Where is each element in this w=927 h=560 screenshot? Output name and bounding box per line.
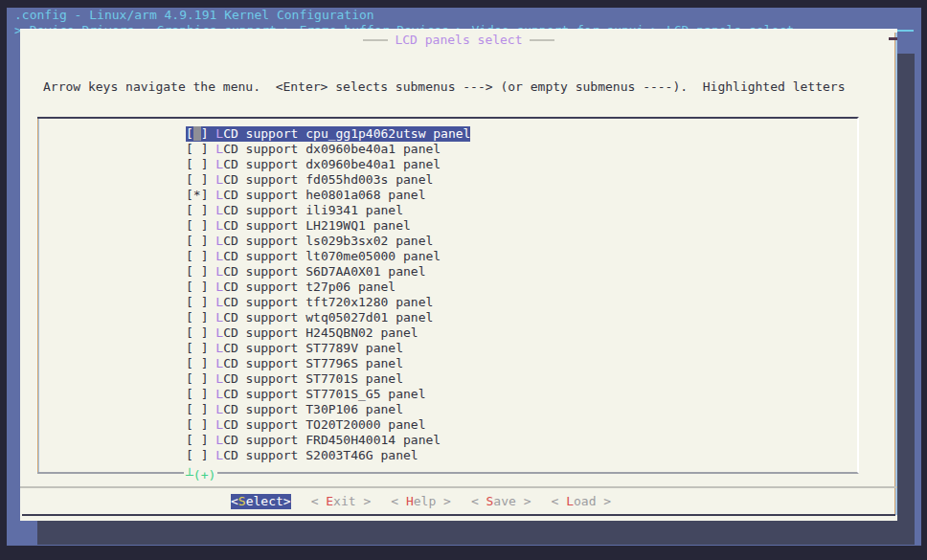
checkbox-state [193,387,201,401]
checkbox-state [193,126,201,141]
menu-item-label: CD support lt070me05000 panel [223,249,441,263]
hotkey-letter: L [215,218,223,233]
checkbox-bracket: ] [201,172,216,187]
checkbox-state [193,371,201,386]
terminal-window: .config - Linux/arm 4.9.191 Kernel Confi… [0,0,927,560]
button-hotkey-letter: E [326,494,333,508]
hotkey-letter: L [215,387,223,401]
menu-item-row[interactable]: [ ] LCD support dx0960be40a1 panel [186,142,441,157]
checkbox-state [193,325,201,340]
menu-item-label: CD support dx0960be40a1 panel [223,142,441,156]
checkbox-state [193,310,201,325]
checkbox-bracket: ] [201,203,216,217]
help-button[interactable]: < Help > [391,494,451,509]
hotkey-letter: L [215,264,223,279]
menu-item-label: CD support fd055hd003s panel [223,172,433,187]
checkbox-state: * [193,188,201,202]
checkbox-bracket: [ [186,356,193,370]
checkbox-bracket: ] [201,356,216,370]
checkbox-bracket: ] [201,341,216,355]
checkbox-bracket: [ [186,341,193,355]
menu-item-label: CD support LH219WQ1 panel [223,218,411,233]
checkbox-bracket: [ [186,142,193,156]
title-dash [530,39,554,41]
menu-item-label: CD support ST7701S panel [223,371,403,386]
menu-item-row[interactable]: [ ] LCD support cpu_gg1p4062utsw panel [186,126,470,142]
checkbox-state [193,157,201,171]
menu-item-row[interactable]: [ ] LCD support ST7796S panel [186,356,403,371]
menu-item-row[interactable]: [ ] LCD support ST7701S_G5 panel [186,387,425,402]
title-dash [363,39,388,41]
checkbox-bracket: [ [186,448,193,462]
checkbox-state [193,295,201,309]
dialog-bottom-border [22,514,895,516]
menu-item-row[interactable]: [ ] LCD support dx0960be40a1 panel [186,157,441,172]
hotkey-letter: L [215,402,223,416]
menu-item-list: [ ] LCD support cpu_gg1p4062utsw panel[ … [37,126,857,463]
checkbox-state [193,448,201,462]
menu-item-row[interactable]: [ ] LCD support ST7789V panel [186,341,403,356]
menu-item-label: CD support cpu_gg1p4062utsw panel [223,126,470,141]
menu-item-row[interactable]: [ ] LCD support H245QBN02 panel [186,325,418,341]
menu-item-row[interactable]: [ ] LCD support ls029b3sx02 panel [186,234,433,249]
checkbox-bracket: [ [186,157,193,171]
menu-item-row[interactable]: [ ] LCD support ST7701S panel [186,371,403,387]
hotkey-letter: L [215,433,223,447]
instructions-line: Arrow keys navigate the menu. <Enter> se… [43,79,845,95]
button-bracket: > [436,494,451,508]
menu-item-row[interactable]: [ ] LCD support S2003T46G panel [186,448,418,463]
menu-item-row[interactable]: [ ] LCD support ili9341 panel [186,203,403,218]
checkbox-bracket: ] [201,264,216,279]
menu-list[interactable]: [ ] LCD support cpu_gg1p4062utsw panel[ … [37,117,859,474]
button-label: oad [574,494,596,508]
menu-item-label: CD support ili9341 panel [223,203,403,217]
menu-item-row[interactable]: [ ] LCD support tft720x1280 panel [186,295,433,310]
checkbox-bracket: [ [186,433,193,447]
menu-item-row[interactable]: [*] LCD support he0801a068 panel [186,188,425,203]
load-button[interactable]: < Load > [552,494,612,509]
menu-item-label: CD support dx0960be40a1 panel [223,157,441,171]
button-label: ave [493,494,515,508]
menu-item-label: CD support T30P106 panel [223,402,403,416]
menu-item-row[interactable]: [ ] LCD support S6D7AA0X01 panel [186,264,425,280]
select-button[interactable]: <Select> [231,494,291,509]
save-button[interactable]: < Save > [471,494,531,509]
checkbox-bracket: ] [201,188,216,202]
hotkey-letter: L [215,417,223,432]
checkbox-state [193,234,201,248]
menu-item-label: CD support wtq05027d01 panel [223,310,433,325]
checkbox-bracket: [ [186,264,193,279]
exit-button[interactable]: < Exit > [311,494,372,509]
button-hotkey-letter: H [406,494,414,508]
hotkey-letter: L [215,188,223,202]
checkbox-bracket: ] [201,280,216,294]
menu-item-row[interactable]: [ ] LCD support lt070me05000 panel [186,249,441,264]
checkbox-bracket: [ [186,371,193,386]
checkbox-bracket: ] [201,433,216,447]
checkbox-bracket: ] [201,387,216,401]
checkbox-bracket: ] [201,249,216,263]
checkbox-bracket: ] [201,417,216,432]
dialog-title-row: LCD panels select [20,33,897,48]
hotkey-letter: L [215,126,223,141]
kernel-config-title: .config - Linux/arm 4.9.191 Kernel Confi… [14,8,374,23]
menu-item-row[interactable]: [ ] LCD support FRD450H40014 panel [186,433,441,448]
checkbox-bracket: ] [201,371,216,386]
menu-item-row[interactable]: [ ] LCD support TO20T20000 panel [186,417,425,433]
button-separator [20,486,897,488]
hotkey-letter: L [215,234,223,248]
checkbox-bracket: ] [201,157,216,171]
menu-item-row[interactable]: [ ] LCD support t27p06 panel [186,280,396,295]
checkbox-state [193,280,201,294]
menu-item-label: CD support t27p06 panel [223,280,396,294]
hotkey-letter: L [215,142,223,156]
menu-item-row[interactable]: [ ] LCD support wtq05027d01 panel [186,310,433,325]
button-label: xit [333,494,355,508]
hotkey-letter: L [215,295,223,309]
menu-item-row[interactable]: [ ] LCD support LH219WQ1 panel [186,218,411,234]
checkbox-bracket: [ [186,188,193,202]
button-label: elect [246,494,283,508]
hotkey-letter: L [215,341,223,355]
menu-item-row[interactable]: [ ] LCD support T30P106 panel [186,402,403,417]
menu-item-row[interactable]: [ ] LCD support fd055hd003s panel [186,172,433,188]
